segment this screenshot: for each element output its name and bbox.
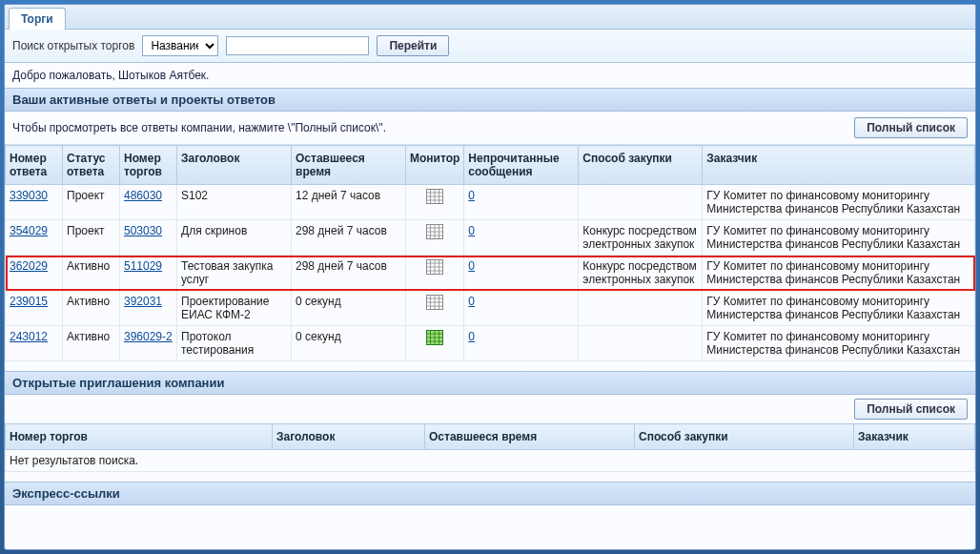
col-method: Способ закупки — [579, 146, 703, 185]
col-time: Оставшееся время — [292, 146, 406, 185]
status-cell: Активно — [63, 326, 120, 361]
unread-link[interactable]: 0 — [468, 295, 475, 308]
col-title: Заголовок — [177, 146, 292, 185]
customer-cell: ГУ Комитет по финансовому мониторингу Ми… — [703, 326, 975, 361]
status-cell: Проект — [63, 185, 120, 220]
hint-row: Чтобы просмотреть все ответы компании, н… — [5, 112, 975, 145]
hint-text: Чтобы просмотреть все ответы компании, н… — [12, 121, 386, 134]
section-active-responses: Ваши активные ответы и проекты ответов — [5, 88, 975, 112]
customer-cell: ГУ Комитет по финансовому мониторингу Ми… — [703, 291, 975, 326]
title-cell: Протокол тестирования — [177, 326, 292, 361]
responses-table: Номер ответа Статус ответа Номер торгов … — [5, 145, 975, 361]
search-field-select[interactable]: Название — [142, 35, 218, 56]
unread-link[interactable]: 0 — [468, 259, 475, 273]
time-cell: 0 секунд — [292, 326, 406, 361]
no-results-row: Нет результатов поиска. — [6, 450, 975, 472]
col2-customer: Заказчик — [854, 424, 975, 450]
status-cell: Активно — [63, 291, 120, 326]
tab-torgi[interactable]: Торги — [9, 8, 66, 30]
col-monitor: Монитор — [406, 146, 464, 185]
time-cell: 12 дней 7 часов — [292, 185, 406, 220]
title-cell: S102 — [177, 185, 292, 220]
col2-auction-num: Номер торгов — [6, 424, 273, 450]
customer-cell: ГУ Комитет по финансовому мониторингу Ми… — [703, 185, 975, 220]
table-row: 239015Активно392031Проектирование ЕИАС К… — [6, 291, 975, 326]
unread-link[interactable]: 0 — [468, 224, 475, 237]
main-window: Торги Поиск открытых торгов Название Пер… — [4, 4, 976, 550]
table-row: 354029Проект503030Для скринов298 дней 7 … — [6, 220, 975, 256]
invites-table: Номер торгов Заголовок Оставшееся время … — [5, 423, 975, 472]
auction-num-link[interactable]: 511029 — [124, 259, 162, 273]
status-cell: Активно — [63, 256, 120, 291]
auction-num-link[interactable]: 503030 — [124, 224, 162, 237]
section-open-invites: Открытые приглашения компании — [5, 371, 975, 395]
monitor-grid-icon[interactable] — [426, 259, 443, 275]
monitor-grid-icon[interactable] — [426, 330, 443, 345]
col-unread: Непрочитанные сообщения — [464, 146, 579, 185]
col2-method: Способ закупки — [635, 424, 854, 450]
response-num-link[interactable]: 354029 — [10, 224, 48, 237]
full-list-button-2[interactable]: Полный список — [854, 399, 968, 420]
method-cell — [579, 291, 703, 326]
method-cell — [579, 185, 703, 220]
method-cell — [579, 326, 703, 361]
auction-num-link[interactable]: 396029-2 — [124, 330, 173, 343]
monitor-grid-icon[interactable] — [426, 224, 443, 239]
method-cell: Конкурс посредством электронных закупок — [579, 220, 703, 256]
time-cell: 0 секунд — [292, 291, 406, 326]
full-list-button-1[interactable]: Полный список — [854, 117, 968, 138]
table-row: 339030Проект486030S10212 дней 7 часов0ГУ… — [6, 185, 975, 220]
tab-bar: Торги — [5, 5, 975, 30]
search-go-button[interactable]: Перейти — [377, 35, 449, 56]
no-results-text: Нет результатов поиска. — [6, 450, 975, 472]
table-row: 243012Активно396029-2Протокол тестирован… — [6, 326, 975, 361]
monitor-grid-icon[interactable] — [426, 295, 443, 310]
section-quick-links: Экспресс-ссылки — [5, 482, 975, 505]
time-cell: 298 дней 7 часов — [292, 220, 406, 256]
status-cell: Проект — [63, 220, 120, 256]
col-response-num: Номер ответа — [6, 146, 63, 185]
response-num-link[interactable]: 239015 — [10, 295, 48, 308]
full-list-row-2: Полный список — [5, 395, 975, 423]
monitor-grid-icon[interactable] — [426, 189, 443, 204]
col2-title: Заголовок — [273, 424, 425, 450]
col-customer: Заказчик — [703, 146, 975, 185]
customer-cell: ГУ Комитет по финансовому мониторингу Ми… — [703, 220, 975, 256]
search-label: Поиск открытых торгов — [12, 39, 134, 52]
col2-time: Оставшееся время — [425, 424, 635, 450]
time-cell: 298 дней 7 часов — [292, 256, 406, 291]
response-num-link[interactable]: 243012 — [10, 330, 48, 343]
response-num-link[interactable]: 362029 — [10, 259, 48, 273]
title-cell: Тестовая закупка услуг — [177, 256, 292, 291]
customer-cell: ГУ Комитет по финансовому мониторингу Ми… — [703, 256, 975, 291]
col-status: Статус ответа — [63, 146, 120, 185]
response-num-link[interactable]: 339030 — [10, 189, 48, 202]
table-row: 362029Активно511029Тестовая закупка услу… — [6, 256, 975, 291]
unread-link[interactable]: 0 — [468, 189, 475, 202]
welcome-text: Добро пожаловать, Шотыков Аятбек. — [5, 63, 975, 88]
title-cell: Проектирование ЕИАС КФМ-2 — [177, 291, 292, 326]
method-cell: Конкурс посредством электронных закупок — [579, 256, 703, 291]
search-input[interactable] — [226, 36, 369, 55]
auction-num-link[interactable]: 392031 — [124, 295, 162, 308]
search-bar: Поиск открытых торгов Название Перейти — [5, 30, 975, 63]
auction-num-link[interactable]: 486030 — [124, 189, 162, 202]
unread-link[interactable]: 0 — [468, 330, 475, 343]
col-auction-num: Номер торгов — [120, 146, 177, 185]
title-cell: Для скринов — [177, 220, 292, 256]
